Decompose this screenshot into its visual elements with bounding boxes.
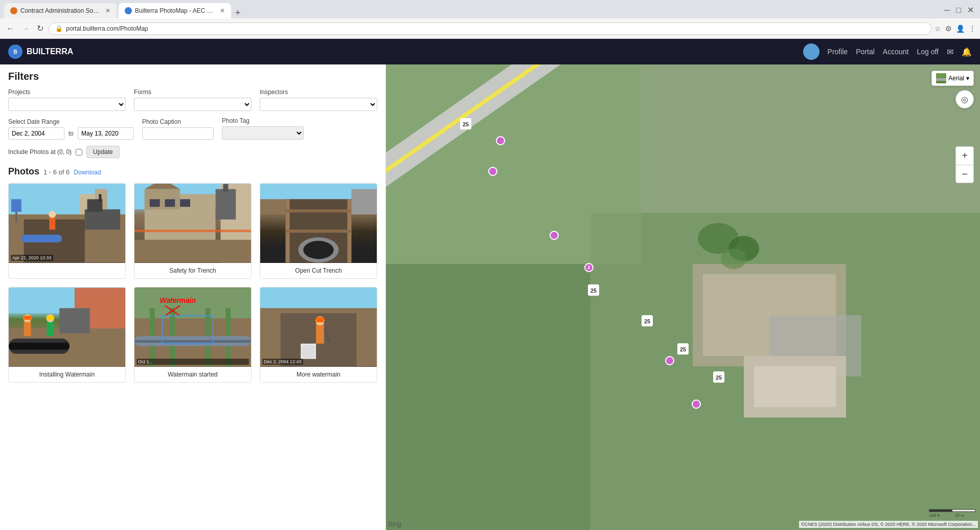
tab-favicon-1 [10, 7, 17, 14]
bell-icon[interactable]: 🔔 [962, 47, 972, 57]
zoom-out-button[interactable]: − [955, 165, 974, 183]
svg-text:25: 25 [463, 121, 469, 127]
svg-rect-34 [351, 189, 377, 215]
photo-image-6: Dec 2, 2004 12:43 [260, 288, 377, 367]
date-end-input[interactable] [78, 127, 134, 140]
map-pin-3[interactable] [550, 231, 559, 240]
svg-rect-19 [165, 199, 175, 207]
photo-card-6[interactable]: Dec 2, 2004 12:43 More watermain [260, 287, 377, 383]
locate-button[interactable]: ◎ [955, 90, 974, 108]
photo-timestamp-6: Dec 2, 2004 12:43 [262, 359, 303, 365]
photo-image-4 [9, 288, 125, 367]
tab-label-1: Contract Administration Softwa... [20, 7, 100, 14]
tag-select[interactable] [222, 126, 304, 140]
svg-rect-33 [286, 230, 352, 233]
address-text: portal.builterra.com/PhotoMap [66, 25, 925, 32]
map-pin-2[interactable] [488, 167, 497, 176]
update-button[interactable]: Update [86, 146, 120, 158]
map-pin-5[interactable] [665, 356, 674, 365]
browser-extensions[interactable]: ⚙ [945, 25, 952, 33]
add-tab-button[interactable]: + [231, 8, 245, 18]
svg-rect-18 [150, 199, 160, 207]
svg-rect-42 [24, 316, 31, 320]
browser-tab-2[interactable]: Builterra PhotoMap - AEC Soluti... ✕ [119, 3, 231, 18]
photo-card-2[interactable]: Safety for Trench [134, 183, 252, 279]
zoom-in-button[interactable]: + [955, 146, 974, 165]
window-close[interactable]: ✕ [965, 4, 976, 16]
svg-text:25: 25 [644, 318, 650, 324]
photo-card-1[interactable]: Apr 22, 2020 10:33 [8, 183, 126, 279]
svg-rect-43 [47, 321, 54, 336]
photo-grid: Apr 22, 2020 10:33 [8, 183, 377, 383]
avatar [803, 43, 819, 60]
photo-card-4[interactable]: Installing Watermain [8, 287, 126, 383]
map-pin-1[interactable] [496, 136, 505, 145]
svg-rect-66 [316, 317, 324, 322]
tab-close-2[interactable]: ✕ [220, 7, 225, 14]
svg-text:Watermain: Watermain [160, 296, 196, 304]
map-pin-4[interactable]: 2 [584, 263, 594, 272]
map-type-label: Aerial [948, 75, 964, 82]
forms-select[interactable] [134, 98, 252, 111]
mail-icon[interactable]: ✉ [947, 47, 953, 57]
nav-logoff[interactable]: Log off [917, 48, 939, 56]
svg-rect-20 [180, 199, 190, 207]
logo-area: B BUILTERRA [8, 45, 73, 59]
map-zoom-controls: + − [955, 146, 974, 183]
svg-rect-82 [754, 366, 836, 407]
download-link[interactable]: Download [74, 169, 101, 176]
map-controls: ◎ [955, 90, 974, 108]
photo-label-2: Safety for Trench [134, 263, 251, 278]
left-panel: Filters Projects Forms [0, 64, 386, 530]
svg-rect-46 [59, 308, 89, 334]
window-maximize[interactable]: □ [954, 4, 963, 16]
map-attribution: ©CNES (2020) Distribution Airbus DS, © 2… [799, 521, 978, 528]
browser-tab-1[interactable]: Contract Administration Softwa... ✕ [4, 3, 117, 18]
inspectors-select[interactable] [260, 98, 377, 111]
window-minimize[interactable]: ─ [942, 4, 952, 16]
tab-close-1[interactable]: ✕ [105, 7, 110, 14]
photos-count: 1 - 6 of 6 [43, 168, 70, 176]
user-profile-btn[interactable]: 👤 [956, 25, 965, 33]
bookmark-star[interactable]: ☆ [935, 25, 941, 33]
nav-portal[interactable]: Portal [856, 48, 875, 56]
map-scale: 100 ft 25 m [927, 505, 978, 520]
pin-badge-4: 2 [587, 265, 590, 270]
nav-profile[interactable]: Profile [828, 48, 848, 56]
projects-select[interactable] [8, 98, 126, 111]
back-button[interactable]: ← [4, 23, 16, 34]
map-type-chevron: ▾ [966, 75, 969, 82]
map-pin-6[interactable] [692, 400, 701, 409]
caption-input[interactable] [142, 127, 214, 140]
map-area[interactable]: 25 25 25 25 25 [386, 64, 980, 530]
date-range-label: Select Date Range [8, 118, 134, 125]
date-start-input[interactable] [8, 127, 64, 140]
address-bar[interactable]: 🔒 portal.builterra.com/PhotoMap [49, 23, 931, 35]
svg-point-7 [49, 211, 56, 218]
map-type-button[interactable]: Aerial ▾ [931, 71, 974, 86]
nav-account[interactable]: Account [883, 48, 909, 56]
logo-text: BUILTERRA [27, 47, 73, 56]
forward-button[interactable]: → [19, 23, 32, 34]
svg-rect-64 [316, 323, 324, 344]
svg-rect-40 [24, 321, 31, 336]
photo-image-3 [260, 184, 377, 263]
svg-rect-24 [134, 230, 251, 232]
photo-label-6: More watermain [260, 367, 377, 382]
browser-menu[interactable]: ⋮ [969, 25, 976, 33]
svg-rect-59 [260, 288, 377, 308]
svg-text:25: 25 [590, 288, 597, 294]
svg-rect-32 [286, 209, 352, 212]
photo-card-3[interactable]: Open Cut Trench [260, 183, 377, 279]
svg-text:25: 25 [680, 346, 686, 352]
scale-100ft: 100 ft [929, 513, 940, 518]
tab-label-2: Builterra PhotoMap - AEC Soluti... [135, 7, 215, 14]
include-checkbox[interactable] [76, 149, 82, 156]
forms-label: Forms [134, 89, 252, 96]
svg-rect-11 [11, 199, 21, 212]
svg-point-80 [721, 249, 746, 269]
svg-rect-70 [642, 64, 980, 213]
reload-button[interactable]: ↻ [35, 23, 45, 34]
filter-group-projects: Projects [8, 89, 126, 111]
photo-card-5[interactable]: Watermain Oct 1... Watermain started [134, 287, 252, 383]
